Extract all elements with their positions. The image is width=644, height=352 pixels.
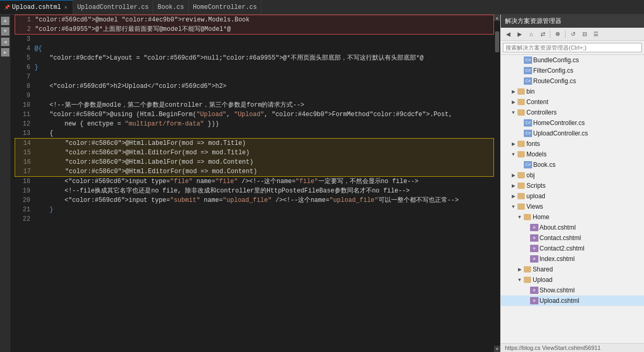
tree-item-scripts[interactable]: ▶Scripts [501, 180, 644, 191]
line-code[interactable]: "color:#9cdcfe">Layout = "color:#569cd6"… [34, 53, 494, 63]
line-code[interactable]: } [34, 205, 494, 214]
toolbar-settings-btn[interactable]: ☸ [553, 29, 563, 39]
tree-item-routeconfig[interactable]: C#RouteConfig.cs [501, 76, 644, 86]
tree-label-contactcshtml: Contact.cshtml [539, 233, 581, 243]
tree-arrow-contact2cshtml [522, 244, 530, 253]
scroll-down-btn[interactable]: ▼ [494, 346, 500, 352]
editor-area: 1"color:#569cd6">@model "color:#4ec9b0">… [10, 15, 500, 352]
toolbar-properties-btn[interactable]: ☰ [591, 29, 601, 39]
status-bar-extra: ViewStart.cshtml56911 [542, 345, 601, 351]
tree-label-models: Models [526, 150, 547, 159]
tree-item-contactcshtml[interactable]: ⊛Contact.cshtml [501, 233, 644, 243]
tree-item-content[interactable]: ▶Content [501, 97, 644, 107]
tree-arrow-scripts: ▶ [509, 181, 518, 190]
tab-label: UploadController.cs [77, 4, 149, 11]
toolbar-forward-btn[interactable]: ▶ [514, 29, 525, 39]
tree-arrow-routeconfig [515, 76, 524, 86]
line-code[interactable]: <"color:#569cd6">input type="submit" nam… [34, 196, 494, 205]
sidebar-icon-1[interactable]: ▲ [1, 17, 9, 25]
tab-upload-controller[interactable]: UploadController.cs [73, 0, 154, 14]
line-code[interactable]: "color:#c586c0">@using (Html.BeginForm("… [34, 110, 494, 119]
line-number: 16 [15, 157, 35, 167]
tree-item-models[interactable]: ▼Models [501, 149, 644, 160]
tree-arrow-uploadcshtml [522, 296, 530, 305]
tab-home-controller[interactable]: HomeController.cs [189, 0, 261, 14]
scroll-thumb[interactable] [495, 31, 499, 52]
toolbar-back-btn[interactable]: ◀ [503, 29, 513, 39]
sidebar-icon-3[interactable]: ◀ [1, 38, 9, 46]
code-line-19: 19 <!--file换成其它名字也还是no file, 除非改成和contro… [15, 186, 494, 196]
tree-label-obj: obj [526, 171, 535, 180]
tree-label-content: Content [526, 97, 548, 107]
tree-item-indexcshtml[interactable]: ⊛Index.cshtml [501, 254, 644, 264]
line-code[interactable] [34, 35, 494, 44]
tree-item-filterconfig[interactable]: C#FilterConfig.cs [501, 65, 644, 76]
status-url: https://blog.cs ViewStart.cshtml56911 [501, 343, 644, 352]
line-code[interactable]: @{ [34, 44, 494, 53]
line-code[interactable]: new { enctype = "multipart/form-data" })… [34, 119, 494, 129]
toolbar-refresh-btn[interactable]: ↺ [568, 29, 578, 39]
tree-item-fonts[interactable]: ▶fonts [501, 139, 644, 149]
scroll-track[interactable] [494, 21, 500, 346]
tree-item-bookcs[interactable]: C#Book.cs [501, 160, 644, 170]
line-code[interactable] [34, 72, 494, 82]
line-code[interactable]: <"color:#569cd6">h2>Upload</"color:#569c… [34, 82, 494, 91]
tree-item-bundleconfig[interactable]: C#BundleConfig.cs [501, 55, 644, 65]
tree-item-uploadfolder[interactable]: ▼Upload [501, 275, 644, 285]
tree-item-showcshtml[interactable]: ⊛Show.cshtml [501, 285, 644, 296]
line-code[interactable]: "color:#569cd6">@model "color:#4ec9b0">r… [35, 15, 493, 25]
tab-book-cs[interactable]: Book.cs [153, 0, 188, 14]
tree-item-home[interactable]: ▼Home [501, 212, 644, 222]
tab-close-btn[interactable]: ✕ [63, 4, 68, 11]
sidebar-icon-2[interactable]: ▼ [1, 27, 9, 36]
code-line-2: 2"color:#6a9955">@*上面那行最前面要写@model不能写@Mo… [15, 25, 494, 35]
line-code[interactable]: <"color:#569cd6">input type="file" name=… [34, 177, 494, 186]
line-code[interactable] [34, 91, 494, 100]
tree-label-homecontroller: HomeController.cs [533, 118, 585, 128]
search-input[interactable] [503, 43, 642, 52]
tree-arrow-filterconfig [515, 66, 524, 75]
tree-item-controllers[interactable]: ▼Controllers [501, 107, 644, 118]
pin-icon: 📌 [4, 5, 10, 10]
file-tree[interactable]: C#BundleConfig.cs C#FilterConfig.cs C#Ro… [501, 55, 644, 343]
tree-item-bin[interactable]: ▶bin [501, 86, 644, 97]
code-line-15: 15 "color:#c586c0">@Html.EditorFor(mod =… [15, 148, 494, 157]
tree-item-upload[interactable]: ▶upload [501, 191, 644, 201]
toolbar-sync-btn[interactable]: ⇄ [537, 29, 548, 39]
tree-item-views[interactable]: ▼Views [501, 201, 644, 212]
line-code[interactable] [34, 214, 494, 224]
tree-item-uploadcontroller[interactable]: C#UploadController.cs [501, 128, 644, 139]
code-editor[interactable]: 1"color:#569cd6">@model "color:#4ec9b0">… [10, 15, 494, 352]
scroll-up-btn[interactable]: ▲ [494, 15, 500, 21]
line-code[interactable]: "color:#c586c0">@Html.EditorFor(mod => m… [35, 148, 493, 157]
sidebar-icon-4[interactable]: ▶ [1, 48, 9, 56]
tree-item-aboutcshtml[interactable]: ⊛About.cshtml [501, 222, 644, 233]
tree-label-uploadcontroller: UploadController.cs [533, 129, 588, 138]
line-number: 21 [15, 205, 34, 214]
line-code[interactable]: { [34, 129, 494, 138]
tree-label-showcshtml: Show.cshtml [539, 286, 574, 295]
tree-arrow-content: ▶ [509, 97, 518, 107]
line-code[interactable]: <!--第一个参数是modle，第二个参数是controller，第三个参数是f… [34, 100, 494, 110]
code-line-7: 7 [15, 72, 494, 82]
toolbar-collapse-btn[interactable]: ⊟ [579, 29, 590, 39]
line-code[interactable]: <!--file换成其它名字也还是no file, 除非改成和controlle… [34, 186, 494, 196]
tree-item-obj[interactable]: ▶obj [501, 170, 644, 180]
tree-item-contact2cshtml[interactable]: ⊛Contact2.cshtml [501, 243, 644, 254]
line-code[interactable]: "color:#6a9955">@*上面那行最前面要写@model不能写@Mod… [35, 25, 493, 34]
tree-label-views: Views [526, 202, 543, 211]
line-code[interactable]: "color:#c586c0">@Html.LabelFor(mod => mo… [35, 139, 493, 148]
tree-item-uploadcshtml[interactable]: ⊛Upload.cshtml [501, 296, 644, 306]
toolbar-home-btn[interactable]: ⌂ [526, 29, 536, 39]
vertical-scrollbar[interactable]: ▲ ▼ [494, 15, 500, 352]
tree-arrow-shared: ▶ [515, 265, 524, 274]
tree-item-homecontroller[interactable]: C#HomeController.cs [501, 118, 644, 128]
tab-upload-cshtml[interactable]: 📌Upload.cshtml✕ [0, 0, 73, 14]
line-code[interactable]: "color:#c586c0">@Html.EditorFor(mod => m… [35, 167, 493, 176]
line-code[interactable]: } [34, 63, 494, 72]
line-code[interactable]: "color:#c586c0">@Html.LabelFor(mod => mo… [35, 157, 493, 167]
tree-label-upload: upload [526, 191, 545, 201]
tree-item-shared[interactable]: ▶Shared [501, 264, 644, 275]
status-url-text: https://blog.cs [505, 345, 540, 351]
code-line-9: 9 [15, 91, 494, 100]
